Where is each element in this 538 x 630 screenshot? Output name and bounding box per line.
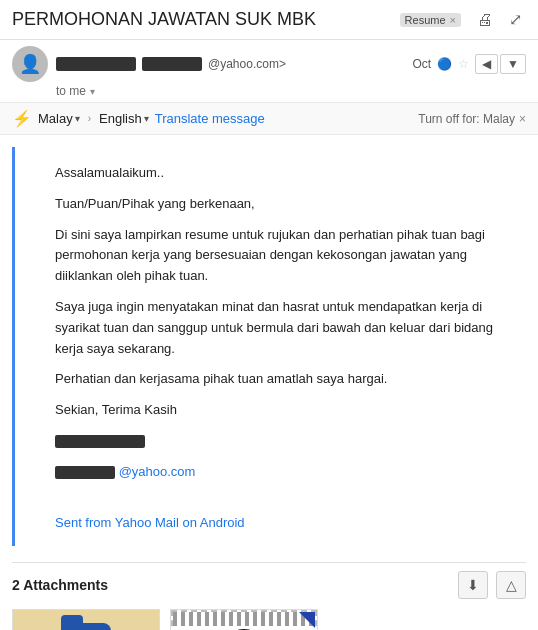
- turn-off-close-icon[interactable]: ×: [519, 112, 526, 126]
- to-me-dropdown[interactable]: ▾: [90, 86, 95, 97]
- email-link[interactable]: @yahoo.com: [119, 464, 196, 479]
- att2-badge-icon: [299, 612, 315, 628]
- sender-name-blurred2: [142, 57, 202, 71]
- avatar-icon: 👤: [19, 53, 41, 75]
- sender-name-blurred1: [56, 57, 136, 71]
- translate-icon: ⚡: [12, 109, 32, 128]
- sender-name-row: @yahoo.com>: [56, 57, 404, 71]
- to-me-row: to me ▾: [0, 84, 538, 102]
- translation-bar: ⚡ Malay ▾ › English ▾ Translate message …: [0, 102, 538, 135]
- expand-button[interactable]: ⤢: [505, 8, 526, 31]
- time-area: Oct 🔵 ☆ ◀ ▼: [412, 54, 526, 74]
- turn-off-area: Turn off for: Malay ×: [418, 112, 526, 126]
- source-lang-arrow: ▾: [75, 113, 80, 124]
- translation-chevron: ›: [88, 113, 91, 124]
- email-address: @yahoo.com: [55, 462, 510, 483]
- attachments-header: 2 Attachments ⬇ △: [12, 571, 526, 599]
- attachment-1[interactable]: [12, 609, 160, 630]
- sender-row: 👤 @yahoo.com> Oct 🔵 ☆ ◀ ▼: [0, 40, 538, 84]
- header-actions: 🖨 ⤢: [473, 8, 526, 31]
- translate-button[interactable]: Translate message: [155, 111, 265, 126]
- paragraph-2: Saya juga ingin menyatakan minat dan has…: [55, 297, 510, 359]
- paragraph-3: Perhatian dan kerjasama pihak tuan amatl…: [55, 369, 510, 390]
- resume-close-icon[interactable]: ×: [450, 14, 456, 26]
- save-to-drive-button[interactable]: △: [496, 571, 526, 599]
- attachment-2[interactable]: [170, 609, 318, 630]
- nav-arrows: ◀ ▼: [475, 54, 526, 74]
- sender-email: @yahoo.com>: [208, 57, 286, 71]
- salutation: Tuan/Puan/Pihak yang berkenaan,: [55, 194, 510, 215]
- attachment-actions: ⬇ △: [458, 571, 526, 599]
- phone-blurred: [55, 435, 145, 448]
- dashed-border-top: [173, 612, 315, 626]
- email-title: PERMOHONAN JAWATAN SUK MBK: [12, 9, 392, 30]
- source-lang-label: Malay: [38, 111, 73, 126]
- attachments-title: 2 Attachments: [12, 577, 458, 593]
- target-lang-label: English: [99, 111, 142, 126]
- prev-email-button[interactable]: ◀: [475, 54, 498, 74]
- turn-off-label: Turn off for: Malay: [418, 112, 515, 126]
- attachments-grid: [12, 609, 526, 630]
- next-email-button[interactable]: ▼: [500, 54, 526, 74]
- attachments-section: 2 Attachments ⬇ △: [12, 562, 526, 630]
- email-date: Oct: [412, 57, 431, 71]
- att1-folder-icon: [61, 623, 111, 630]
- sender-info: @yahoo.com>: [56, 57, 404, 71]
- email-body: Assalamualaikum.. Tuan/Puan/Pihak yang b…: [12, 147, 526, 546]
- paragraph-1: Di sini saya lampirkan resume untuk ruju…: [55, 225, 510, 287]
- resume-tag: Resume ×: [400, 13, 461, 27]
- avatar: 👤: [12, 46, 48, 82]
- profile-icon: 🔵: [437, 57, 452, 71]
- to-me-label: to me: [56, 84, 86, 98]
- print-button[interactable]: 🖨: [473, 8, 497, 31]
- att1-visual: [13, 610, 159, 630]
- att2-visual: [171, 610, 317, 630]
- phone-number: [55, 431, 510, 452]
- greeting: Assalamualaikum..: [55, 163, 510, 184]
- target-lang-arrow: ▾: [144, 113, 149, 124]
- sent-via-link[interactable]: Sent from Yahoo Mail on Android: [55, 515, 245, 530]
- closing: Sekian, Terima Kasih: [55, 400, 510, 421]
- email-blurred: [55, 466, 115, 479]
- target-lang-select[interactable]: English ▾: [99, 111, 149, 126]
- star-icon[interactable]: ☆: [458, 57, 469, 71]
- email-header: PERMOHONAN JAWATAN SUK MBK Resume × 🖨 ⤢: [0, 0, 538, 40]
- download-all-button[interactable]: ⬇: [458, 571, 488, 599]
- source-lang-select[interactable]: Malay ▾: [38, 111, 80, 126]
- resume-tag-label: Resume: [405, 14, 446, 26]
